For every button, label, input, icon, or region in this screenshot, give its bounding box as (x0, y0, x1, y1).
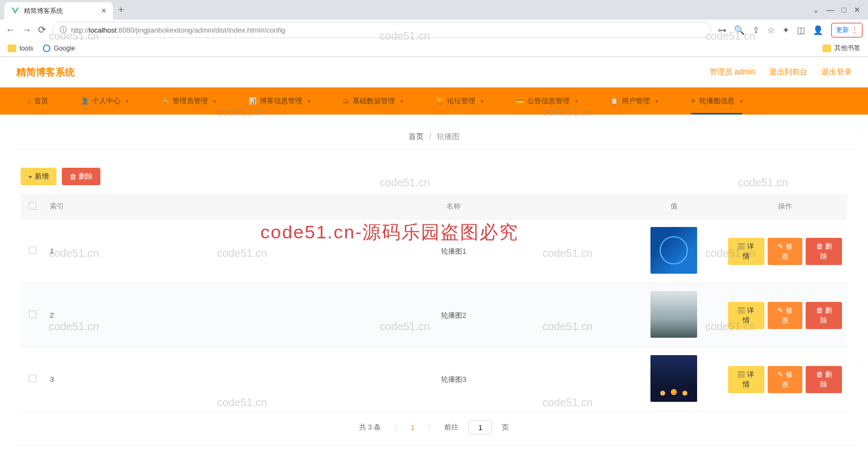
menu-icon: 👤 (81, 97, 89, 105)
page-prev[interactable]: 〈 (388, 422, 400, 432)
cell-index: 3 (44, 348, 283, 412)
to-front-link[interactable]: 退出到前台 (769, 67, 807, 77)
menu-label: 轮播图信息 (699, 96, 735, 106)
col-index: 索引 (44, 194, 283, 219)
row-checkbox[interactable] (29, 311, 36, 318)
menu-item-4[interactable]: 🗂基础数据管理▾ (327, 87, 419, 115)
chevron-down-icon: ▾ (740, 98, 743, 104)
detail-button[interactable]: ▤ 详情 (728, 302, 764, 329)
page-current[interactable]: 1 (407, 424, 418, 432)
brand-title: 精简博客系统 (16, 66, 75, 79)
page-goto-input[interactable] (468, 420, 492, 434)
menu-icon: ⌂ (27, 97, 31, 105)
table-row: 3 轮播图3 ▤ 详情 ✎ 修改 🗑 删除 (21, 348, 847, 412)
maximize-icon[interactable]: □ (842, 5, 846, 14)
url-text: http://localhost:8080/jingjianbokexitong… (71, 26, 704, 34)
admin-label[interactable]: 管理员 admin (710, 67, 755, 77)
menu-label: 首页 (34, 96, 48, 106)
edit-button[interactable]: ✎ 修改 (768, 238, 803, 265)
cell-index: 2 (44, 283, 283, 348)
row-checkbox[interactable] (29, 375, 36, 382)
cell-name: 轮播图1 (283, 219, 625, 283)
detail-button[interactable]: ▤ 详情 (728, 366, 764, 393)
content: 首页 / 轮播图 + 新增 🗑 删除 索引 名称 值 操作 1 轮播图1 (0, 115, 868, 455)
edit-button[interactable]: ✎ 修改 (768, 302, 803, 329)
menu-icon: ✈ (691, 97, 696, 105)
data-panel: + 新增 🗑 删除 索引 名称 值 操作 1 轮播图1 ▤ 详情 ✎ 修改 🗑 … (12, 159, 856, 445)
minimize-icon[interactable]: — (827, 5, 834, 14)
chevron-down-icon: ▾ (308, 98, 310, 104)
extension-icon[interactable]: ✦ (782, 25, 789, 35)
logout-link[interactable]: 退出登录 (821, 67, 852, 77)
thumbnail-image[interactable] (650, 355, 697, 402)
chevron-down-icon: ▾ (575, 98, 578, 104)
browser-chrome: 精简博客系统 × + ⌄ — □ ✕ ← → ⟳ ⓘ http://localh… (0, 0, 868, 57)
page-goto-suf: 页 (502, 422, 509, 432)
nav-menu: ⌂首页👤个人中心▾🔒管理员管理▾📊博客信息管理▾🗂基础数据管理▾🏆论坛管理▾💳公… (0, 87, 868, 115)
menu-item-0[interactable]: ⌂首页 (11, 87, 65, 115)
cell-index: 1 (44, 219, 283, 283)
header-right: 管理员 admin 退出到前台 退出登录 (710, 67, 852, 77)
back-icon[interactable]: ← (5, 24, 15, 36)
browser-tab[interactable]: 精简博客系统 × (4, 2, 113, 20)
menu-icon: 💳 (516, 97, 524, 105)
row-checkbox[interactable] (29, 247, 36, 254)
key-icon[interactable]: ⊶ (718, 25, 726, 35)
bookmark-tools[interactable]: tools (8, 45, 33, 52)
checkbox-all[interactable] (29, 202, 36, 210)
menu-item-2[interactable]: 🔒管理员管理▾ (145, 87, 232, 115)
menu-item-1[interactable]: 👤个人中心▾ (65, 87, 145, 115)
address-bar: ← → ⟳ ⓘ http://localhost:8080/jingjianbo… (0, 20, 868, 40)
update-button[interactable]: 更新 (831, 23, 863, 37)
breadcrumb-home[interactable]: 首页 (409, 132, 424, 141)
chevron-down-icon: ▾ (655, 98, 658, 104)
panel-icon[interactable]: ◫ (797, 25, 805, 35)
row-delete-button[interactable]: 🗑 删除 (806, 366, 842, 393)
menu-item-8[interactable]: ✈轮播图信息▾ (674, 87, 759, 115)
chevron-down-icon: ▾ (213, 98, 216, 104)
app-header: 精简博客系统 管理员 admin 退出到前台 退出登录 (0, 57, 868, 87)
url-input[interactable]: ⓘ http://localhost:8080/jingjianbokexito… (53, 22, 711, 38)
detail-button[interactable]: ▤ 详情 (728, 238, 764, 265)
col-name: 名称 (283, 194, 625, 219)
search-small-icon[interactable]: 🔍 (734, 25, 745, 35)
tab-close-icon[interactable]: × (101, 6, 106, 16)
thumbnail-image[interactable] (650, 291, 697, 338)
menu-item-6[interactable]: 💳公告信息管理▾ (500, 87, 594, 115)
menu-icon: 📋 (610, 97, 618, 105)
row-delete-button[interactable]: 🗑 删除 (806, 238, 842, 265)
add-button[interactable]: + 新增 (21, 168, 56, 185)
share-icon[interactable]: ⇪ (752, 25, 760, 35)
google-icon (43, 45, 50, 52)
toolbar-icons: ⊶ 🔍 ⇪ ☆ ✦ ◫ 👤 更新 (718, 23, 863, 37)
forward-icon[interactable]: → (22, 24, 31, 36)
tab-title: 精简博客系统 (24, 7, 97, 16)
chevron-down-icon: ▾ (400, 98, 403, 104)
menu-item-3[interactable]: 📊博客信息管理▾ (232, 87, 327, 115)
menu-item-5[interactable]: 🏆论坛管理▾ (419, 87, 500, 115)
reload-icon[interactable]: ⟳ (38, 24, 46, 36)
page-next[interactable]: 〉 (425, 422, 437, 432)
row-delete-button[interactable]: 🗑 删除 (806, 302, 842, 329)
menu-item-7[interactable]: 📋用户管理▾ (594, 87, 674, 115)
col-value: 值 (625, 194, 723, 219)
menu-icon: 🏆 (436, 97, 444, 105)
menu-icon: 🗂 (343, 97, 349, 105)
profile-icon[interactable]: 👤 (813, 25, 824, 35)
edit-button[interactable]: ✎ 修改 (768, 366, 803, 393)
bookmark-other[interactable]: 其他书签 (822, 43, 860, 53)
close-window-icon[interactable]: ✕ (854, 5, 860, 14)
pagination: 共 3 条 〈 1 〉 前往 页 (21, 412, 847, 437)
bookmark-google[interactable]: Google (43, 45, 75, 52)
thumbnail-image[interactable] (650, 227, 697, 274)
new-tab-button[interactable]: + (113, 4, 130, 16)
menu-label: 个人中心 (92, 96, 120, 106)
table-row: 1 轮播图1 ▤ 详情 ✎ 修改 🗑 删除 (21, 219, 847, 283)
vue-favicon-icon (11, 7, 20, 15)
menu-label: 论坛管理 (447, 96, 475, 106)
chevron-down-icon[interactable]: ⌄ (813, 5, 819, 14)
cell-name: 轮播图2 (283, 283, 625, 348)
breadcrumb-current: 轮播图 (437, 132, 459, 141)
star-icon[interactable]: ☆ (767, 25, 775, 35)
delete-button[interactable]: 🗑 删除 (62, 168, 100, 185)
